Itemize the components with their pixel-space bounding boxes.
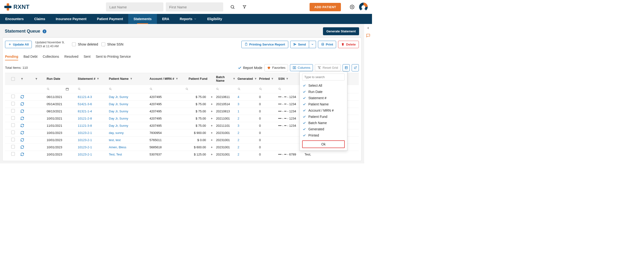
nav-eligibility[interactable]: Eligibility [202, 14, 227, 24]
filter-name[interactable] [108, 87, 148, 91]
filter-generated[interactable] [236, 87, 258, 91]
cell-generated[interactable]: 3 [236, 124, 258, 127]
columns-dropdown-item[interactable]: Patient Fund [300, 114, 347, 120]
expand-row-button[interactable]: + [208, 131, 215, 135]
refresh-row-icon[interactable] [20, 102, 33, 106]
expand-row-button[interactable]: + [208, 124, 215, 127]
cell-patient-link[interactable]: day, sunny [108, 131, 148, 135]
cell-generated[interactable]: 2 [236, 145, 258, 149]
nav-era[interactable]: ERA [157, 14, 175, 24]
expand-row-button[interactable]: + [208, 138, 215, 142]
cell-statement-link[interactable]: 61121-4-3 [77, 95, 108, 99]
header-run-date[interactable]: Run Date [46, 76, 77, 82]
delete-button[interactable]: Delete [338, 41, 359, 48]
first-name-input[interactable] [166, 3, 223, 12]
cell-statement-link[interactable]: 10121-2-8 [77, 117, 108, 120]
export-button[interactable] [352, 64, 359, 71]
expand-row-button[interactable]: + [208, 95, 215, 99]
refresh-row-icon[interactable] [20, 152, 33, 156]
cell-statement-link[interactable]: 51421-3-6 [77, 102, 108, 106]
subtab-resolved[interactable]: Resolved [64, 55, 78, 60]
add-patient-button[interactable]: ADD PATIENT [310, 3, 341, 11]
cell-generated[interactable]: 4 [236, 95, 258, 99]
header-statement-no[interactable]: Statement # [77, 76, 108, 82]
row-checkbox[interactable] [11, 138, 15, 141]
expand-row-button[interactable]: + [208, 102, 215, 106]
cell-patient-link[interactable]: Day Jr, Sunny [108, 95, 148, 99]
send-dropdown-button[interactable] [309, 41, 316, 48]
reset-grid-button[interactable]: Reset Grid [315, 64, 341, 71]
header-batch-name[interactable]: Batch Name [215, 75, 236, 84]
report-mode-checkbox[interactable]: Report Mode [238, 66, 262, 70]
cell-statement-link[interactable]: 81321-1-4 [77, 110, 108, 113]
columns-dropdown-item[interactable]: Batch Name [300, 120, 347, 126]
subtab-bad-debt[interactable]: Bad Debt [24, 55, 37, 60]
refresh-row-icon[interactable] [20, 138, 33, 142]
nav-encounters[interactable]: Encounters [0, 14, 29, 24]
refresh-row-icon[interactable] [20, 145, 33, 149]
cell-generated[interactable]: 3 [236, 102, 258, 106]
row-checkbox[interactable] [11, 123, 15, 127]
cell-patient-link[interactable]: Test, Test [108, 153, 148, 156]
subtab-sent[interactable]: Sent [84, 55, 90, 60]
subtab-pending[interactable]: Pending [5, 55, 18, 60]
filter-icon[interactable] [242, 4, 247, 10]
favorites-button[interactable]: Favorites [264, 64, 288, 71]
nav-claims[interactable]: Claims [29, 14, 50, 24]
header-patient-fund[interactable]: Patient Fund [184, 76, 208, 82]
send-button[interactable]: Send [290, 41, 309, 48]
expand-row-button[interactable]: + [208, 110, 215, 113]
refresh-row-icon[interactable] [20, 109, 33, 113]
filter-statement[interactable] [77, 87, 108, 91]
columns-ok-button[interactable]: Ok [302, 140, 345, 148]
cell-generated[interactable]: 2 [236, 138, 258, 142]
cell-statement-link[interactable]: 10123-2-1 [77, 145, 108, 149]
header-printed[interactable]: Printed [258, 76, 277, 82]
row-checkbox[interactable] [11, 116, 15, 120]
subtab-sent-printing[interactable]: Sent to Printing Service [96, 55, 130, 60]
settings-gear-icon[interactable] [350, 4, 355, 10]
columns-dropdown-item[interactable]: Select All [300, 82, 347, 89]
cell-statement-link[interactable]: 11121-3-8 [77, 124, 108, 127]
filter-batch[interactable] [215, 87, 236, 91]
cell-statement-link[interactable]: 10123-2-1 [77, 153, 108, 156]
header-patient-name[interactable]: Patient Name [108, 76, 148, 82]
cell-patient-link[interactable]: Day Jr, Sunny [108, 110, 148, 113]
info-icon[interactable]: i [42, 30, 46, 33]
columns-dropdown-item[interactable]: Printed [300, 132, 347, 138]
refresh-row-icon[interactable] [20, 131, 33, 135]
nav-reports[interactable]: Reports [174, 14, 202, 24]
filter-fund[interactable] [184, 87, 208, 91]
cell-patient-link[interactable]: test, test [108, 138, 148, 142]
print-button[interactable]: Print [318, 41, 336, 48]
cell-generated[interactable]: 2 [236, 153, 258, 156]
cell-patient-link[interactable]: Day Jr, Sunny [108, 102, 148, 106]
cell-generated[interactable]: 1 [236, 110, 258, 113]
nav-patient-payment[interactable]: Patient Payment [92, 14, 128, 24]
refresh-row-icon[interactable] [20, 116, 33, 120]
logo[interactable]: RXNT [4, 3, 30, 11]
user-avatar[interactable] [359, 3, 368, 11]
cell-patient-link[interactable]: Amen, Bless [108, 145, 148, 149]
subtab-collections[interactable]: Collections [43, 55, 59, 60]
columns-dropdown-item[interactable]: Statement # [300, 95, 347, 101]
filter-col-icon[interactable] [20, 77, 24, 81]
generate-statement-button[interactable]: Generate Statement [323, 27, 359, 35]
row-checkbox[interactable] [11, 145, 15, 149]
cell-patient-link[interactable]: Day Jr, Sunny [108, 124, 148, 127]
row-checkbox[interactable] [11, 95, 15, 98]
printing-service-report-button[interactable]: Printing Service Report [242, 41, 288, 48]
nav-insurance-payment[interactable]: Insurance Payment [50, 14, 92, 24]
columns-dropdown-item[interactable]: Generated [300, 126, 347, 132]
update-all-button[interactable]: Update All [5, 41, 32, 48]
chat-button[interactable] [366, 33, 370, 38]
select-all-checkbox[interactable] [11, 77, 15, 81]
row-checkbox[interactable] [11, 109, 15, 113]
filter-col-icon[interactable] [35, 77, 38, 81]
show-ssn-checkbox[interactable]: Show SSN [102, 42, 124, 46]
cell-generated[interactable]: 2 [236, 117, 258, 120]
nav-statements[interactable]: Statements [128, 14, 157, 24]
cell-statement-link[interactable]: 10123-2-1 [77, 138, 108, 142]
expand-row-button[interactable]: + [208, 117, 215, 120]
cell-patient-link[interactable]: Day Jr, Sunny [108, 117, 148, 120]
